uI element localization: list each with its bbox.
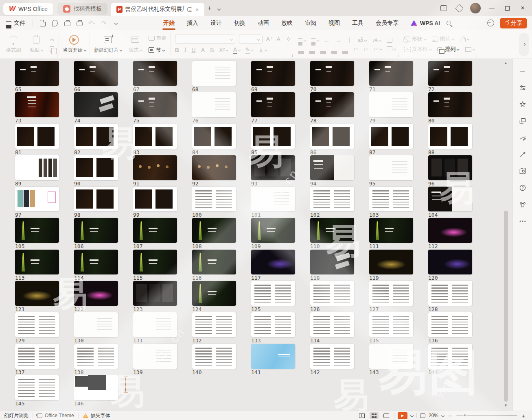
vertical-align-button[interactable]: [387, 46, 396, 51]
font-name-select[interactable]: [175, 35, 235, 44]
slide-cell[interactable]: 65: [15, 61, 59, 92]
slide-cell[interactable]: 93: [251, 155, 295, 187]
collapse-icon[interactable]: [518, 66, 528, 76]
indent-icon[interactable]: →: [335, 37, 341, 44]
slide-thumbnail[interactable]: [15, 187, 59, 211]
slide-thumbnail[interactable]: [192, 344, 236, 369]
align-left-icon[interactable]: [298, 47, 304, 51]
new-slide-button[interactable]: 新建幻灯片: [94, 31, 122, 57]
slide-thumbnail[interactable]: [15, 218, 59, 243]
clear-format-icon[interactable]: ◊: [287, 36, 290, 42]
slide-thumbnail[interactable]: [15, 281, 59, 306]
export-icon[interactable]: [51, 19, 59, 27]
slide-thumbnail[interactable]: [192, 312, 236, 337]
paste-button[interactable]: 粘贴: [27, 31, 46, 57]
insert-launcher[interactable]: [474, 54, 477, 57]
slide-thumbnail[interactable]: [192, 92, 236, 117]
line-spacing-button[interactable]: ↕≡: [374, 46, 381, 51]
cut-icon[interactable]: ✂: [50, 37, 55, 43]
slide-cell[interactable]: 100: [192, 187, 236, 218]
slide-thumbnail[interactable]: [192, 218, 236, 243]
format-painter-button[interactable]: 格式刷: [4, 31, 23, 57]
slide-thumbnail[interactable]: [74, 61, 118, 86]
fill-button[interactable]: [460, 36, 469, 42]
slide-cell[interactable]: 73: [15, 92, 59, 124]
missing-fonts-button[interactable]: 缺失字体: [79, 412, 114, 419]
ribbon-tab-切换[interactable]: 切换: [233, 17, 246, 29]
slide-cell[interactable]: 105: [15, 218, 59, 249]
slide-thumbnail[interactable]: [251, 344, 295, 369]
slide-cell[interactable]: 122: [74, 281, 118, 312]
slide-thumbnail[interactable]: [428, 155, 472, 180]
slide-thumbnail[interactable]: [369, 124, 413, 149]
slide-thumbnail[interactable]: [15, 312, 59, 337]
slide-thumbnail[interactable]: [133, 61, 177, 86]
slide-cell[interactable]: 107: [133, 218, 177, 249]
slide-cell[interactable]: 115: [133, 250, 177, 281]
text-direction-button[interactable]: ab̄: [358, 37, 366, 43]
ribbon-tab-审阅[interactable]: 审阅: [304, 17, 317, 29]
slide-cell[interactable]: 118: [310, 250, 354, 281]
slide-cell[interactable]: 116: [192, 250, 236, 281]
slide-thumbnail[interactable]: [251, 281, 295, 306]
slide-cell[interactable]: 128: [428, 281, 472, 312]
slide-cell[interactable]: 112: [428, 218, 472, 249]
zoom-in-button[interactable]: +: [521, 412, 526, 419]
slide-cell[interactable]: 135: [369, 312, 413, 344]
slide-cell[interactable]: 124: [192, 281, 236, 312]
annotate-icon[interactable]: [518, 133, 528, 143]
slide-cell[interactable]: 94: [310, 155, 354, 187]
slide-cell[interactable]: 97: [15, 187, 59, 218]
slide-cell[interactable]: 85: [251, 124, 295, 155]
slide-cell[interactable]: 145: [15, 375, 59, 407]
ribbon-tab-视图[interactable]: 视图: [328, 17, 341, 29]
arrange-button[interactable]: 排列: [438, 46, 459, 53]
scroll-down-icon[interactable]: ▼: [504, 404, 508, 407]
slide-cell[interactable]: 131: [133, 312, 177, 344]
slide-thumbnail[interactable]: [133, 92, 177, 117]
underline-button[interactable]: U: [192, 47, 196, 53]
clipboard-launcher[interactable]: [55, 54, 57, 57]
slide-cell[interactable]: 126: [310, 281, 354, 312]
slide-cell[interactable]: 74: [74, 92, 118, 124]
file-menu-button[interactable]: 文件: [0, 20, 30, 27]
split-view-icon[interactable]: [437, 2, 451, 14]
new-tab-button[interactable]: +: [204, 4, 215, 12]
slide-cell[interactable]: 68: [192, 61, 236, 92]
slide-cell[interactable]: 75: [133, 92, 177, 124]
properties-icon[interactable]: [518, 83, 528, 93]
slide-cell[interactable]: 92: [192, 155, 236, 187]
slide-cell[interactable]: 69: [251, 61, 295, 92]
slideshow-dropdown[interactable]: [410, 414, 414, 417]
theme-button[interactable]: Office Theme: [33, 413, 78, 418]
slide-cell[interactable]: 86: [310, 124, 354, 155]
shapes-button[interactable]: 形状: [404, 35, 425, 43]
slide-thumbnail[interactable]: [369, 187, 413, 211]
zoom-slider[interactable]: [456, 415, 517, 416]
italic-button[interactable]: I: [184, 47, 186, 53]
slide-thumbnail[interactable]: [428, 187, 472, 211]
slide-thumbnail[interactable]: [251, 124, 295, 149]
slide-cell[interactable]: 142: [310, 344, 354, 375]
layout-button[interactable]: 版式: [126, 31, 144, 57]
slide-thumbnail[interactable]: [15, 155, 59, 180]
tab-docer-templates[interactable]: 找稻壳模板: [57, 3, 107, 15]
slide-cell[interactable]: 102: [310, 187, 354, 218]
magic-wand-icon[interactable]: [518, 150, 528, 159]
tab-document[interactable]: P 曾侯乙时代礼乐文明展厅方案 ×: [111, 3, 204, 16]
slide-cell[interactable]: 91: [133, 155, 177, 187]
slide-thumbnail[interactable]: [192, 124, 236, 149]
undo-icon[interactable]: ↶: [88, 19, 96, 27]
slide-thumbnail[interactable]: [310, 250, 354, 274]
font-color-button[interactable]: A: [233, 46, 240, 54]
phonetic-guide-button[interactable]: 文: [258, 47, 267, 54]
tab-list-dropdown[interactable]: [215, 4, 223, 12]
maximize-button[interactable]: [500, 2, 514, 14]
close-button[interactable]: ×: [516, 2, 530, 14]
effects-star-icon[interactable]: [518, 100, 528, 109]
slide-cell[interactable]: 127: [369, 281, 413, 312]
slide-cell[interactable]: 89: [15, 155, 59, 187]
slide-thumbnail[interactable]: [310, 312, 354, 337]
slide-thumbnail[interactable]: [192, 61, 236, 86]
share-button[interactable]: 分享: [500, 18, 527, 28]
